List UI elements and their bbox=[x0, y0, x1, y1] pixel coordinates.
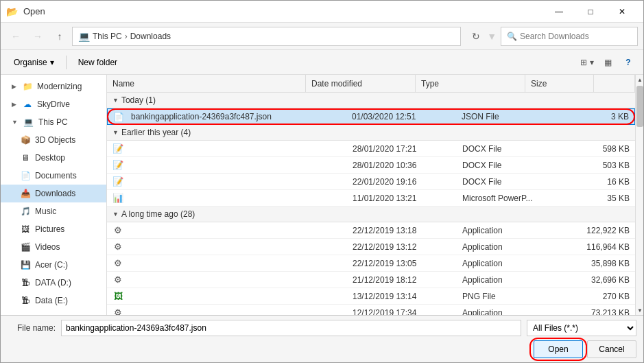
sidebar-item-label: Modernizing bbox=[37, 82, 82, 91]
sidebar-item-desktop[interactable]: 🖥 Desktop bbox=[1, 149, 106, 167]
sidebar-item-downloads[interactable]: 📥 Downloads bbox=[1, 185, 106, 202]
3d-icon: 📦 bbox=[20, 134, 31, 145]
onedrive-icon: ☁ bbox=[22, 99, 33, 110]
sidebar-item-data-e[interactable]: 🗜 Data (E:) bbox=[1, 292, 106, 309]
file-list: Name Date modified Type Size ▼ Today (1) bbox=[107, 75, 635, 315]
table-row[interactable]: 📝 28/01/2020 17:21 DOCX File 598 KB bbox=[107, 141, 635, 157]
header-type[interactable]: Type bbox=[416, 75, 525, 92]
sidebar-item-videos[interactable]: 🎬 Videos bbox=[1, 238, 106, 256]
file-cell-name: ⚙ bbox=[107, 258, 347, 269]
sidebar-item-music[interactable]: 🎵 Music bbox=[1, 202, 106, 220]
search-input[interactable] bbox=[520, 32, 632, 41]
file-cell-type: Microsoft PowerP... bbox=[457, 194, 567, 203]
address-path[interactable]: 💻 This PC › Downloads bbox=[72, 27, 461, 46]
group-earlier-year[interactable]: ▼ Earlier this year (4) bbox=[107, 125, 635, 141]
organise-button[interactable]: Organise ▾ bbox=[6, 53, 62, 72]
sidebar-item-3d-objects[interactable]: 📦 3D Objects bbox=[1, 131, 106, 149]
file-cell-type: PNG File bbox=[457, 292, 567, 301]
group-long-ago[interactable]: ▼ A long time ago (28) bbox=[107, 207, 635, 222]
file-cell-date: 22/12/2019 13:12 bbox=[347, 242, 457, 252]
music-icon: 🎵 bbox=[20, 206, 31, 217]
pptx-file-icon: 📊 bbox=[112, 193, 123, 204]
open-button[interactable]: Open bbox=[534, 340, 583, 358]
folder-icon: 📁 bbox=[22, 81, 33, 92]
file-cell-name: 📝 bbox=[107, 143, 347, 154]
organise-label: Organise bbox=[14, 58, 47, 67]
file-cell-size: 3 KB bbox=[566, 112, 634, 121]
sidebar-item-label: Documents bbox=[35, 171, 77, 180]
table-row[interactable]: ⚙ 22/12/2019 13:05 Application 35,898 KB bbox=[107, 255, 635, 272]
filetype-select[interactable]: All Files (*.*) JSON Files (*.json) Text… bbox=[527, 320, 636, 336]
table-row[interactable]: 📝 28/01/2020 10:36 DOCX File 503 KB bbox=[107, 157, 635, 174]
file-cell-size: 598 KB bbox=[567, 144, 635, 154]
up-button[interactable]: ↑ bbox=[50, 27, 69, 46]
docx-file-icon: 📝 bbox=[112, 143, 123, 154]
file-cell-size: 16 KB bbox=[567, 177, 635, 187]
open-button-wrapper: Open bbox=[534, 340, 583, 358]
table-row[interactable]: ⚙ 22/12/2019 13:18 Application 122,922 K… bbox=[107, 222, 635, 239]
expand-arrow: ▼ bbox=[12, 119, 18, 126]
file-cell-name: 📝 bbox=[107, 160, 347, 171]
scrollbar[interactable]: ▲ ▼ bbox=[635, 75, 643, 315]
sidebar-item-documents[interactable]: 📄 Documents bbox=[1, 167, 106, 185]
forward-button[interactable]: → bbox=[28, 27, 47, 46]
header-name[interactable]: Name bbox=[107, 75, 306, 92]
file-cell-type: Application bbox=[457, 242, 567, 252]
view-layout-button[interactable]: ⊞ ▾ bbox=[577, 53, 597, 72]
bottom-bar: File name: All Files (*.*) JSON Files (*… bbox=[1, 315, 643, 362]
sidebar-item-data-d[interactable]: 🗜 DATA (D:) bbox=[1, 274, 106, 292]
expand-arrow: ▶ bbox=[12, 83, 16, 90]
file-cell-date: 28/01/2020 17:21 bbox=[347, 144, 457, 154]
sidebar-item-label: Music bbox=[35, 207, 56, 216]
scroll-up[interactable]: ▲ bbox=[636, 75, 643, 84]
table-row[interactable]: 📊 11/01/2020 13:21 Microsoft PowerP... 3… bbox=[107, 190, 635, 207]
sidebar-item-label: Acer (C:) bbox=[35, 260, 68, 270]
documents-icon: 📄 bbox=[20, 170, 31, 181]
filename-row: File name: All Files (*.*) JSON Files (*… bbox=[8, 320, 636, 336]
file-name: bankingapplication-24369a3fc487.json bbox=[131, 112, 272, 121]
docx-file-icon: 📝 bbox=[112, 176, 123, 187]
sidebar-item-modernizing[interactable]: ▶ 📁 Modernizing bbox=[1, 78, 106, 95]
toolbar: Organise ▾ New folder ⊞ ▾ ▦ ? bbox=[1, 50, 643, 75]
refresh-button[interactable]: ↻ bbox=[466, 27, 486, 46]
close-button[interactable]: ✕ bbox=[606, 1, 638, 23]
maximize-button[interactable]: □ bbox=[575, 1, 606, 23]
group-arrow: ▼ bbox=[112, 97, 119, 104]
table-row[interactable]: 🖼 13/12/2019 13:14 PNG File 270 KB bbox=[107, 288, 635, 305]
table-row[interactable]: ⚙ 21/12/2019 18:12 Application 32,696 KB bbox=[107, 272, 635, 288]
back-button[interactable]: ← bbox=[6, 27, 25, 46]
app-file-icon: ⚙ bbox=[112, 307, 123, 316]
file-cell-date: 12/12/2019 17:34 bbox=[347, 308, 457, 316]
table-row[interactable]: ⚙ 12/12/2019 17:34 Application 73,213 KB bbox=[107, 305, 635, 315]
header-size[interactable]: Size bbox=[525, 75, 594, 92]
file-cell-date: 21/12/2019 18:12 bbox=[347, 275, 457, 285]
cancel-button[interactable]: Cancel bbox=[587, 340, 636, 358]
table-row[interactable]: 📄 bankingapplication-24369a3fc487.json 0… bbox=[107, 108, 635, 125]
group-label: Earlier this year (4) bbox=[121, 128, 191, 137]
minimize-button[interactable]: — bbox=[543, 1, 575, 23]
filename-label: File name: bbox=[8, 323, 56, 333]
table-row[interactable]: ⚙ 22/12/2019 13:12 Application 116,964 K… bbox=[107, 239, 635, 255]
toolbar-separator bbox=[66, 56, 67, 69]
preview-pane-button[interactable]: ▦ bbox=[598, 53, 617, 72]
file-cell-date: 22/12/2019 13:05 bbox=[347, 259, 457, 268]
header-date[interactable]: Date modified bbox=[306, 75, 416, 92]
scroll-thumb[interactable] bbox=[636, 86, 643, 127]
sidebar-item-this-pc[interactable]: ▼ 💻 This PC bbox=[1, 113, 106, 131]
app-file-icon: ⚙ bbox=[112, 242, 123, 253]
file-cell-size: 35,898 KB bbox=[567, 259, 635, 268]
sidebar-item-pictures[interactable]: 🖼 Pictures bbox=[1, 220, 106, 238]
group-today[interactable]: ▼ Today (1) bbox=[107, 93, 635, 108]
scroll-down[interactable]: ▼ bbox=[636, 305, 643, 315]
file-cell-name: ⚙ bbox=[107, 274, 347, 285]
drive-d-icon: 🗜 bbox=[20, 277, 31, 288]
help-button[interactable]: ? bbox=[619, 53, 638, 72]
filename-input[interactable] bbox=[61, 320, 521, 336]
sidebar-item-acer-c[interactable]: 💾 Acer (C:) bbox=[1, 256, 106, 274]
sidebar-item-label: 3D Objects bbox=[35, 135, 75, 145]
new-folder-button[interactable]: New folder bbox=[71, 53, 125, 72]
table-row[interactable]: 📝 22/01/2020 19:16 DOCX File 16 KB bbox=[107, 174, 635, 190]
app-file-icon: ⚙ bbox=[112, 274, 123, 285]
sidebar-item-skydrive[interactable]: ▶ ☁ SkyDrive bbox=[1, 95, 106, 113]
videos-icon: 🎬 bbox=[20, 242, 31, 253]
